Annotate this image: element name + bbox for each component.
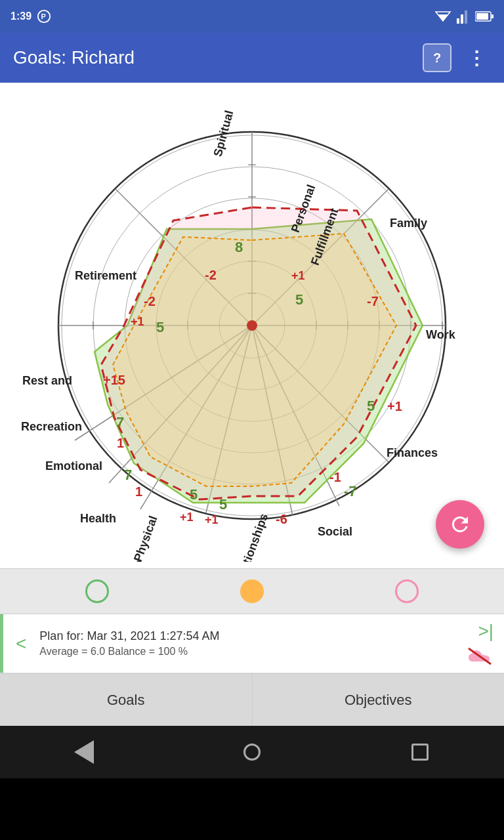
plan-date: Plan for: Mar 31, 2021 1:27:54 AM (39, 629, 458, 643)
svg-rect-5 (461, 14, 463, 24)
plan-info: Plan for: Mar 31, 2021 1:27:54 AM Averag… (32, 629, 466, 658)
svg-text:+15: +15 (103, 373, 125, 387)
cloud-icon[interactable] (466, 646, 494, 667)
svg-text:-1: -1 (329, 470, 341, 484)
signal-icon (457, 9, 470, 24)
svg-text:Social: Social (318, 525, 352, 538)
svg-text:5: 5 (156, 319, 164, 335)
svg-text:Work: Work (426, 328, 456, 341)
more-options-button[interactable]: ⋮ (462, 43, 491, 72)
status-right (434, 9, 494, 24)
status-time: 1:39 (10, 10, 32, 22)
svg-text:5: 5 (190, 486, 198, 503)
svg-text:-2: -2 (144, 294, 156, 308)
svg-text:5: 5 (295, 291, 303, 308)
svg-rect-6 (465, 10, 467, 24)
home-icon (243, 744, 261, 761)
home-button[interactable] (232, 732, 272, 772)
bottom-tabs: Goals Objectives (0, 673, 504, 726)
status-bar: 1:39 P (0, 0, 504, 33)
svg-text:8: 8 (235, 239, 243, 255)
plan-next-cloud: >| (466, 621, 494, 667)
plan-next-button[interactable]: >| (478, 621, 494, 642)
app-bar-actions: ? ⋮ (423, 43, 491, 72)
svg-text:Rest and: Rest and (22, 374, 72, 387)
svg-text:+1: +1 (180, 511, 194, 524)
app-title: Goals: Richard (13, 47, 135, 68)
nav-bar (0, 726, 504, 778)
p-icon: P (37, 9, 51, 24)
svg-text:7: 7 (124, 467, 132, 483)
recent-icon (411, 744, 429, 761)
svg-text:+1: +1 (387, 399, 402, 413)
svg-text:Emotional: Emotional (45, 459, 102, 472)
radar-chart-container: .axis-label { font-size: 18px; font-weig… (0, 83, 504, 568)
recent-button[interactable] (400, 732, 440, 772)
plan-stats: Average = 6.0 Balance = 100 % (39, 646, 458, 658)
svg-text:-2: -2 (205, 268, 217, 282)
svg-text:1: 1 (117, 436, 124, 450)
app-bar: Goals: Richard ? ⋮ (0, 33, 504, 83)
legend-dot-green[interactable] (85, 579, 109, 603)
svg-text:Health: Health (80, 512, 116, 525)
back-icon (74, 740, 94, 764)
svg-text:+1: +1 (205, 513, 219, 526)
wifi-icon (434, 9, 452, 24)
tab-goals[interactable]: Goals (0, 674, 253, 726)
svg-text:Family: Family (390, 217, 427, 230)
refresh-icon (448, 513, 472, 536)
refresh-fab-button[interactable] (436, 500, 484, 549)
svg-text:Retirement: Retirement (75, 269, 136, 282)
svg-text:-7: -7 (344, 483, 357, 499)
svg-text:Physical: Physical (131, 514, 160, 562)
svg-rect-9 (492, 14, 494, 18)
battery-icon (475, 11, 494, 22)
plan-info-row: < Plan for: Mar 31, 2021 1:27:54 AM Aver… (0, 614, 504, 673)
svg-text:-7: -7 (367, 294, 379, 308)
svg-text:-6: -6 (276, 512, 287, 526)
svg-rect-8 (476, 13, 488, 20)
svg-text:5: 5 (219, 496, 227, 513)
legend-dot-pink[interactable] (395, 579, 419, 603)
svg-point-46 (247, 320, 257, 331)
svg-text:P: P (41, 12, 45, 20)
help-button[interactable]: ? (423, 43, 452, 72)
legend-dot-orange[interactable] (240, 579, 264, 603)
svg-text:1: 1 (135, 484, 142, 499)
svg-text:Finances: Finances (387, 446, 438, 459)
back-button[interactable] (64, 732, 104, 772)
svg-marker-2 (438, 14, 448, 21)
svg-text:7: 7 (116, 414, 124, 430)
plan-prev-button[interactable]: < (10, 628, 32, 660)
radar-chart: .axis-label { font-size: 18px; font-weig… (9, 89, 495, 562)
svg-text:+1: +1 (291, 269, 305, 282)
legend-row (0, 568, 504, 614)
svg-rect-4 (457, 18, 459, 24)
svg-text:+1: +1 (131, 315, 144, 328)
svg-text:Recreation: Recreation (21, 420, 82, 433)
status-left: 1:39 P (10, 9, 51, 24)
tab-objectives[interactable]: Objectives (253, 674, 505, 726)
svg-text:5: 5 (367, 398, 375, 414)
